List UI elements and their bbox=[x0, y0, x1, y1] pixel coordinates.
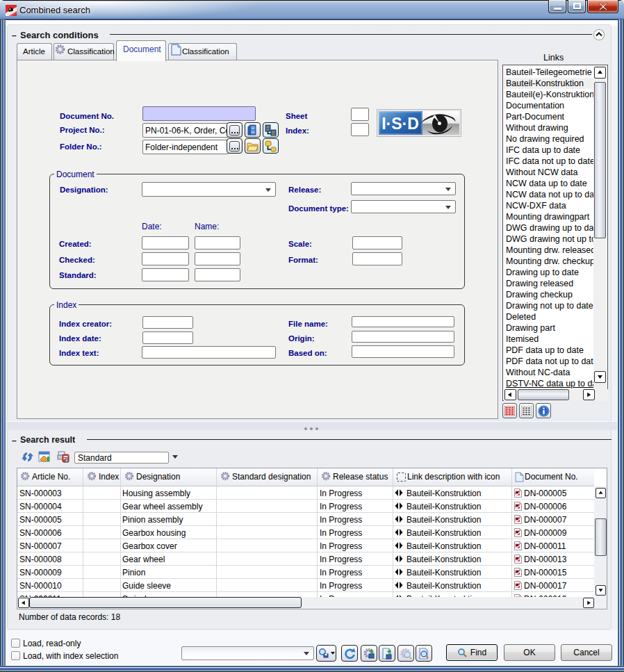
svg-text:I·S·D: I·S·D bbox=[381, 115, 419, 133]
